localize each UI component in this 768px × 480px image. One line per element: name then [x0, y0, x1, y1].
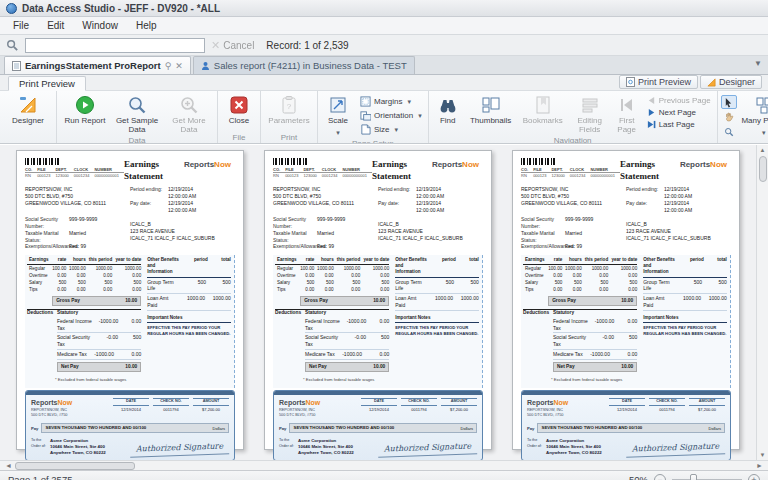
editing-fields-button[interactable]: Editing Fields: [570, 93, 610, 136]
vertical-scrollbar[interactable]: ▲ ▼: [756, 145, 768, 460]
pointer-tool-button[interactable]: [721, 95, 737, 109]
close-button[interactable]: Close: [221, 93, 257, 127]
magnifier-tool-button[interactable]: [721, 125, 737, 139]
view-toggle-print-preview[interactable]: Print Preview: [619, 75, 698, 89]
size-button[interactable]: Size: [357, 123, 425, 136]
next-page-button[interactable]: Next Page: [644, 107, 714, 118]
zoom-tool-icon: [724, 127, 734, 137]
preview-page[interactable]: CO.FILE DEPT.CLOCK NUMBER RN000123 12300…: [264, 150, 492, 450]
thumbnails-button[interactable]: Thumbnails: [466, 93, 516, 127]
cancel-button[interactable]: ✕ Cancel: [211, 39, 254, 52]
scroll-up-icon[interactable]: ▲: [760, 145, 766, 155]
tab-sales-report[interactable]: Sales report (F4211) in Business Data - …: [193, 56, 415, 74]
scale-button[interactable]: Scale: [321, 93, 355, 139]
zoom-out-stepper[interactable]: −: [654, 474, 666, 480]
report-icon: [12, 61, 21, 71]
cursor-icon: [724, 97, 733, 108]
zoom-in-stepper[interactable]: +: [748, 474, 760, 480]
barcode: [273, 158, 309, 165]
check-fields: DATE12/19/2014 CHECK NO.0011794 AMOUNT$7…: [361, 398, 477, 413]
get-more-data-button[interactable]: Get More Data: [164, 93, 214, 136]
check-fields: DATE12/19/2014 CHECK NO.0011794 AMOUNT$7…: [609, 398, 725, 413]
thumbnails-icon: [481, 95, 501, 115]
company-address: REPORTSNOW, INC 500 DTC BLVD, #750 GREEN…: [273, 186, 370, 213]
pin-icon[interactable]: ⚲: [165, 61, 172, 71]
deductions-section: Deductions Statutory Federal Income Tax-…: [27, 309, 141, 375]
close-tab-icon[interactable]: ✕: [175, 61, 183, 71]
pay-dates: Period ending:12/19/2014 12:00:00 AM Pay…: [378, 186, 483, 213]
stub-footnote: * Excluded from federal taxable wages: [27, 377, 141, 383]
reportsnow-logo: ReportsNow: [184, 160, 231, 171]
tab-label: EarningsStatement ProReport: [25, 60, 161, 71]
employee-tax-info: Social Security Number:999-99-9999 Taxab…: [273, 216, 370, 250]
designer-button[interactable]: Designer: [3, 93, 53, 127]
amount-words: SEVEN THOUSAND TWO HUNDRED AND 00/100 Do…: [41, 423, 229, 433]
ribbon-group-navigation: Find Thumbnails Bookmarks Editing Fields…: [429, 91, 718, 143]
net-pay-bar: Net Pay10.00: [305, 362, 389, 372]
hand-tool-button[interactable]: [721, 110, 737, 124]
zoom-slider-thumb[interactable]: [690, 474, 697, 480]
magnifier-icon: [127, 95, 147, 115]
tab-label: Sales report (F4211) in Business Data - …: [214, 60, 407, 71]
other-benefits: Other Benefits and Informationperiodtota…: [147, 257, 231, 311]
menu-help[interactable]: Help: [127, 18, 166, 33]
pay-check: ReportsNow REPORTSNOW, INC 500 DTC BLVD,…: [25, 390, 235, 460]
employee-tax-info: Social Security Number:999-99-9999 Taxab…: [521, 216, 618, 250]
hscroll-thumb[interactable]: [15, 462, 135, 470]
scroll-right-icon[interactable]: ►: [753, 462, 766, 469]
pay-check: ReportsNow REPORTSNOW, INC 500 DTC BLVD,…: [521, 390, 731, 460]
parameters-button[interactable]: ? Parameters: [264, 93, 314, 127]
zoom-percent: 50%: [629, 474, 648, 480]
tab-overflow-icon[interactable]: ▼: [754, 59, 762, 68]
amount-words: SEVEN THOUSAND TWO HUNDRED AND 00/100 Do…: [537, 423, 725, 433]
check-fields: DATE12/19/2014 CHECK NO.0011794 AMOUNT$7…: [113, 398, 229, 413]
employee-address: ICALC_B 123 RACE AVENUE ICALC_71 ICALC_F…: [378, 221, 483, 250]
previous-page-icon: [647, 96, 656, 105]
vscroll-thumb[interactable]: [759, 156, 767, 182]
stub-header-table: CO.FILE DEPT.CLOCK NUMBER RN000123 12300…: [521, 167, 620, 179]
cancel-x-icon: ✕: [211, 39, 220, 52]
many-pages-button[interactable]: Many Pages: [739, 93, 768, 139]
preview-page[interactable]: CO.FILE DEPT.CLOCK NUMBER RN000123 12300…: [512, 150, 740, 450]
get-sample-data-button[interactable]: Get Sample Data: [112, 93, 162, 136]
many-pages-icon: [754, 95, 768, 115]
preview-page[interactable]: CO.FILE DEPT.CLOCK NUMBER RN000123 12300…: [16, 150, 244, 450]
view-toggle-designer[interactable]: Designer: [700, 75, 762, 89]
hand-icon: [724, 112, 734, 122]
binoculars-icon: [438, 95, 458, 115]
menu-window[interactable]: Window: [73, 18, 127, 33]
payee-address: Acme Corporation 10646 Main Street, Ste …: [298, 438, 354, 456]
first-page-button[interactable]: First Page: [612, 93, 642, 136]
search-input[interactable]: [25, 38, 205, 53]
previous-page-button[interactable]: Previous Page: [644, 95, 714, 106]
find-button[interactable]: Find: [432, 93, 464, 127]
ribbon-group-data: Run Report Get Sample Data Get More Data…: [57, 91, 218, 143]
horizontal-scrollbar[interactable]: ◄ ►: [0, 460, 768, 470]
reportsnow-logo: ReportsNow: [432, 160, 479, 171]
ribbon-tab-print-preview[interactable]: Print Preview: [8, 76, 86, 91]
scroll-left-icon[interactable]: ◄: [2, 462, 15, 469]
important-notes-title: Important Notes: [643, 315, 727, 323]
document-tab-strip: EarningsStatement ProReport ⚲ ✕ Sales re…: [0, 56, 768, 75]
bookmarks-icon: [533, 95, 553, 115]
menu-file[interactable]: File: [4, 18, 38, 33]
last-page-button[interactable]: Last Page: [644, 119, 714, 130]
margins-button[interactable]: Margins: [357, 95, 425, 108]
barcode: [521, 158, 557, 165]
employee-tax-info: Social Security Number:999-99-9999 Taxab…: [25, 216, 122, 250]
pay-stub: Earnings rate hours this period year to …: [25, 255, 235, 388]
payee-address: Acme Corporation 10646 Main Street, Ste …: [546, 438, 602, 456]
bookmarks-button[interactable]: Bookmarks: [518, 93, 568, 127]
pay-dates: Period ending:12/19/2014 12:00:00 AM Pay…: [130, 186, 235, 213]
gross-pay-bar: Gross Pay10.00: [52, 296, 141, 306]
preview-area: CO.FILE DEPT.CLOCK NUMBER RN000123 12300…: [0, 144, 768, 460]
tab-earnings-statement[interactable]: EarningsStatement ProReport ⚲ ✕: [4, 56, 191, 74]
menu-edit[interactable]: Edit: [38, 18, 73, 33]
ribbon: Designer Run Report Get Sample Data Get …: [0, 91, 768, 144]
pay-check: ReportsNow REPORTSNOW, INC 500 DTC BLVD,…: [273, 390, 483, 460]
other-benefits: Other Benefits and Informationperiodtota…: [395, 257, 479, 311]
ribbon-group-file: Close File: [218, 91, 261, 143]
scroll-down-icon[interactable]: ▼: [760, 450, 766, 460]
orientation-button[interactable]: Orientation: [357, 109, 425, 122]
run-report-button[interactable]: Run Report: [60, 93, 110, 127]
